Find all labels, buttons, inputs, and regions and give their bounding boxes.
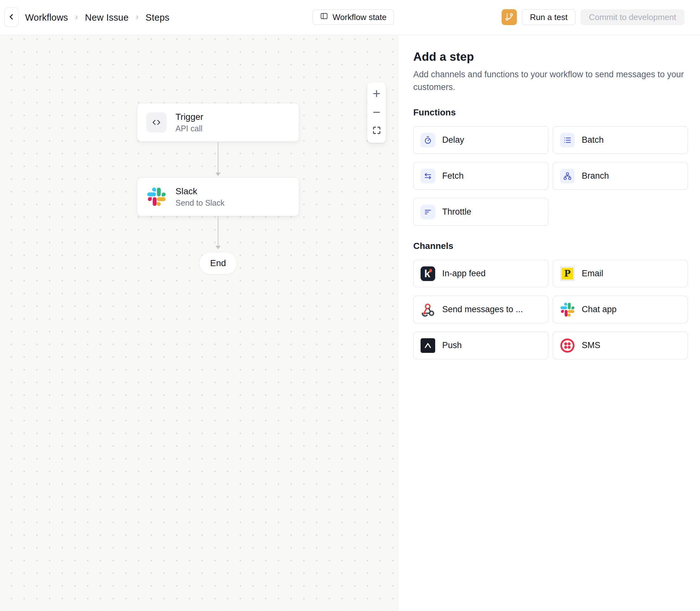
breadcrumb: Workflows › New Issue › Steps (25, 0, 169, 35)
panel-description: Add channels and functions to your workf… (413, 68, 684, 93)
slack-icon (560, 302, 575, 317)
channel-card-send-messages[interactable]: Send messages to ... (413, 296, 548, 323)
trigger-node[interactable]: Trigger API call (137, 103, 299, 142)
channels-grid: k In-app feed P Email Send messages to .… (413, 260, 688, 359)
function-card-label: Batch (582, 135, 604, 145)
slack-node-subtitle: Send to Slack (176, 198, 224, 208)
add-step-panel: Add a step Add channels and functions to… (398, 35, 700, 611)
throttle-lines-icon (420, 205, 435, 219)
functions-heading: Functions (413, 107, 688, 118)
expo-icon (420, 338, 435, 353)
breadcrumb-steps[interactable]: Steps (146, 12, 169, 23)
end-node[interactable]: End (199, 252, 237, 275)
breadcrumb-separator-icon: › (136, 12, 138, 22)
channel-card-label: SMS (582, 341, 600, 350)
channel-card-label: Email (582, 269, 604, 279)
channel-card-in-app-feed[interactable]: k In-app feed (413, 260, 548, 287)
webhook-icon (420, 302, 435, 317)
breadcrumb-workflows[interactable]: Workflows (25, 12, 68, 23)
header-actions: Run a test Commit to development (502, 9, 684, 25)
channel-card-label: Push (442, 341, 462, 350)
channel-card-push[interactable]: Push (413, 331, 548, 359)
channel-card-chat-app[interactable]: Chat app (553, 296, 688, 323)
channel-card-sms[interactable]: SMS (553, 331, 688, 359)
panel-left-icon (320, 12, 328, 23)
panel-title: Add a step (413, 50, 688, 63)
function-card-batch[interactable]: Batch (553, 126, 688, 154)
slack-icon (146, 187, 167, 207)
function-card-label: Branch (582, 171, 609, 181)
zoom-controls: + − (367, 82, 386, 143)
breadcrumb-new-issue[interactable]: New Issue (85, 12, 129, 23)
code-icon (146, 112, 167, 133)
function-card-throttle[interactable]: Throttle (413, 198, 548, 226)
connector-arrow-icon (215, 246, 221, 249)
function-card-label: Fetch (442, 171, 464, 181)
connector-arrow-icon (215, 173, 221, 176)
fit-view-button[interactable] (370, 124, 383, 137)
slack-node-title: Slack (176, 186, 224, 197)
connector-line (218, 217, 219, 247)
channel-card-label: Send messages to ... (442, 304, 523, 314)
commit-label: Commit to development (589, 12, 676, 22)
run-test-button[interactable]: Run a test (522, 9, 576, 25)
end-node-label: End (210, 258, 226, 268)
workflow-state-label: Workflow state (332, 12, 387, 22)
stopwatch-icon (420, 133, 435, 148)
trigger-node-subtitle: API call (176, 123, 204, 134)
functions-grid: Delay Batch Fetch Branch Throttle (413, 126, 688, 226)
knock-icon: k (420, 266, 435, 281)
postmark-icon: P (560, 266, 575, 281)
channels-heading: Channels (413, 241, 688, 251)
slack-node[interactable]: Slack Send to Slack (137, 177, 299, 216)
breadcrumb-separator-icon: › (75, 12, 78, 22)
zoom-out-button[interactable]: − (370, 106, 383, 119)
top-bar: Workflows › New Issue › Steps Workflow s… (0, 0, 700, 35)
channel-card-label: In-app feed (442, 269, 486, 279)
function-card-branch[interactable]: Branch (553, 162, 688, 190)
run-test-label: Run a test (530, 12, 568, 22)
channel-card-label: Chat app (582, 304, 617, 314)
git-branch-button[interactable] (502, 9, 517, 25)
function-card-delay[interactable]: Delay (413, 126, 548, 154)
chevron-left-icon (7, 12, 16, 22)
function-card-label: Delay (442, 135, 464, 145)
commit-to-development-button[interactable]: Commit to development (580, 9, 684, 25)
twilio-icon (560, 338, 575, 353)
connector-line (218, 142, 219, 173)
function-card-label: Throttle (442, 207, 472, 217)
list-icon (560, 133, 575, 148)
trigger-node-title: Trigger (176, 111, 204, 122)
function-card-fetch[interactable]: Fetch (413, 162, 548, 190)
back-button[interactable] (4, 7, 18, 27)
workflow-canvas[interactable]: Trigger API call Slack Send to Slack End… (0, 35, 398, 611)
swap-arrows-icon (420, 169, 435, 183)
fullscreen-icon (372, 124, 382, 137)
channel-card-email[interactable]: P Email (553, 260, 688, 287)
hierarchy-icon (560, 169, 575, 183)
zoom-in-button[interactable]: + (370, 87, 383, 100)
workflow-state-button[interactable]: Workflow state (312, 10, 394, 25)
git-branch-icon (505, 12, 514, 23)
